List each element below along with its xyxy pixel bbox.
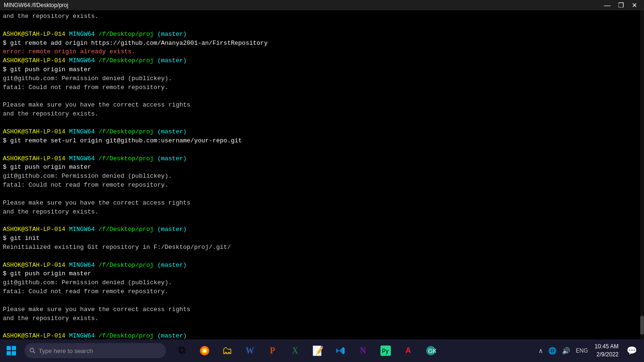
close-button[interactable]: ✕	[629, 0, 640, 10]
system-tray-expand[interactable]: ∧	[537, 347, 545, 355]
svg-text:GK: GK	[428, 347, 436, 354]
terminal-line: Please make sure you have the correct ac…	[3, 199, 641, 208]
terminal-line: git@github.com: Permission denied (publi…	[3, 172, 641, 181]
terminal-line	[3, 92, 641, 101]
title-bar-controls: — ❐ ✕	[601, 0, 640, 10]
pycharm-icon[interactable]: Py	[375, 340, 396, 361]
language-label[interactable]: ENG	[574, 347, 590, 354]
terminal-body[interactable]: and the repository exists. ASHOK@STAH-LP…	[0, 10, 644, 339]
terminal-line: git@github.com: Permission denied (publi…	[3, 279, 641, 288]
notification-button[interactable]: 💬	[623, 339, 640, 362]
search-icon	[29, 347, 36, 354]
scrollbar[interactable]	[640, 10, 644, 339]
title-bar-text: MINGW64:/f/Desktop/proj	[4, 2, 68, 8]
firefox-icon[interactable]	[194, 340, 215, 361]
terminal-line	[3, 216, 641, 225]
terminal-line: fatal: Could not read from remote reposi…	[3, 83, 641, 92]
terminal-line: $ git push origin master	[3, 163, 641, 172]
terminal-line	[3, 146, 641, 155]
terminal-line	[3, 323, 641, 332]
onenote-icon[interactable]: N	[353, 340, 373, 361]
terminal-line	[3, 296, 641, 305]
terminal-line: and the repository exists.	[3, 314, 641, 323]
terminal-line: $ git remote set-url origin git@github.c…	[3, 137, 641, 146]
explorer-icon[interactable]: 🗂	[217, 340, 238, 361]
minimize-button[interactable]: —	[601, 0, 613, 10]
svg-rect-1	[12, 346, 16, 350]
terminal-line: $ git push origin master	[3, 270, 641, 279]
taskbar-icons: ⧉ 🗂 W P X 📝 N Py A	[172, 339, 441, 362]
svg-point-8	[203, 349, 206, 352]
clock-date: 2/9/2022	[594, 351, 619, 359]
scroll-thumb[interactable]	[640, 316, 644, 335]
search-bar[interactable]	[25, 343, 166, 358]
terminal-line: and the repository exists.	[3, 110, 641, 119]
terminal-line	[3, 252, 641, 261]
maximize-button[interactable]: ❐	[615, 0, 627, 10]
notepad-icon[interactable]: 📝	[307, 340, 328, 361]
terminal-line: fatal: Could not read from remote reposi…	[3, 181, 641, 190]
svg-rect-2	[7, 351, 11, 355]
volume-icon[interactable]: 🔊	[560, 347, 572, 355]
svg-rect-3	[12, 351, 16, 355]
terminal-line: error: remote origin already exists.	[3, 48, 641, 57]
terminal-line: Please make sure you have the correct ac…	[3, 305, 641, 314]
terminal-line: Reinitialized existing Git repository in…	[3, 243, 641, 252]
terminal-line: ASHOK@STAH-LP-014 MINGW64 /f/Desktop/pro…	[3, 57, 641, 66]
terminal-line	[3, 119, 641, 128]
terminal-line: and the repository exists.	[3, 208, 641, 217]
acrobat-icon[interactable]: A	[398, 340, 419, 361]
excel-icon[interactable]: X	[285, 340, 305, 361]
start-button[interactable]	[0, 339, 23, 362]
terminal-line: ASHOK@STAH-LP-014 MINGW64 /f/Desktop/pro…	[3, 225, 641, 234]
terminal-line: and the repository exists.	[3, 12, 641, 21]
terminal-window: MINGW64:/f/Desktop/proj — ❐ ✕ and the re…	[0, 0, 644, 339]
gitkraken-icon[interactable]: GK	[421, 340, 441, 361]
terminal-line: ASHOK@STAH-LP-014 MINGW64 /f/Desktop/pro…	[3, 155, 641, 164]
powerpoint-icon[interactable]: P	[262, 340, 283, 361]
title-bar: MINGW64:/f/Desktop/proj — ❐ ✕	[0, 0, 644, 10]
svg-point-4	[30, 348, 34, 352]
search-input[interactable]	[39, 347, 161, 354]
terminal-line: fatal: Could not read from remote reposi…	[3, 288, 641, 296]
taskbar-right: ∧ 🌐 🔊 ENG 10:45 AM 2/9/2022 💬	[537, 339, 644, 362]
terminal-line: $ git remote add origin https://github.c…	[3, 39, 641, 48]
taskview-icon[interactable]: ⧉	[172, 340, 192, 361]
svg-rect-0	[7, 346, 11, 350]
terminal-line: Please make sure you have the correct ac…	[3, 101, 641, 110]
taskbar: ⧉ 🗂 W P X 📝 N Py A	[0, 339, 644, 362]
svg-text:Py: Py	[382, 348, 388, 354]
terminal-line: $ git push origin master	[3, 66, 641, 74]
word-icon[interactable]: W	[239, 340, 260, 361]
network-icon[interactable]: 🌐	[546, 347, 558, 355]
svg-line-5	[33, 352, 35, 354]
vscode-icon[interactable]	[330, 340, 351, 361]
clock-time: 10:45 AM	[594, 343, 619, 351]
terminal-line: ASHOK@STAH-LP-014 MINGW64 /f/Desktop/pro…	[3, 128, 641, 137]
terminal-line: git@github.com: Permission denied (publi…	[3, 74, 641, 83]
terminal-line: ASHOK@STAH-LP-014 MINGW64 /f/Desktop/pro…	[3, 261, 641, 270]
terminal-line: $ git init	[3, 234, 641, 243]
terminal-line: ASHOK@STAH-LP-014 MINGW64 /f/Desktop/pro…	[3, 332, 641, 339]
terminal-line	[3, 21, 641, 30]
terminal-line: ASHOK@STAH-LP-014 MINGW64 /f/Desktop/pro…	[3, 30, 641, 39]
clock[interactable]: 10:45 AM 2/9/2022	[592, 343, 621, 359]
windows-logo-icon	[6, 346, 17, 356]
terminal-line	[3, 190, 641, 199]
